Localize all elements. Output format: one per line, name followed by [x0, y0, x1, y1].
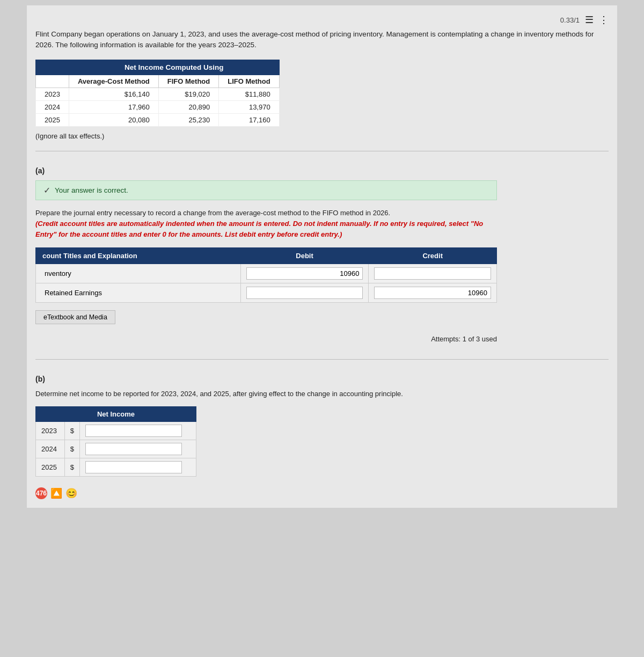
section-b-instructions: Determine net income to be reported for … — [35, 389, 497, 399]
instructions-bold: (Credit account titles are automatically… — [35, 220, 483, 238]
credit-input-2[interactable] — [375, 287, 491, 298]
correct-text: Your answer is correct. — [55, 186, 128, 194]
instructions-block: Prepare the journal entry necessary to r… — [35, 208, 497, 240]
net-income-input-2024[interactable] — [85, 443, 182, 455]
bottom-icon-1[interactable]: 🔼 — [50, 487, 62, 499]
attempts-text: Attempts: 1 of 3 used — [35, 335, 497, 343]
section-a-label: (a) — [35, 166, 609, 175]
year-2025-b: 2025 — [36, 458, 65, 477]
checkmark-icon: ✓ — [43, 185, 50, 195]
section-b: (b) Determine net income to be reported … — [35, 367, 609, 483]
debit-input-2[interactable] — [247, 287, 363, 298]
ignore-tax-text: (Ignore all tax effects.) — [35, 132, 609, 140]
etextbook-button[interactable]: eTextbook and Media — [35, 310, 115, 324]
col-debit-header: Debit — [240, 247, 369, 264]
section-b-label: (b) — [35, 375, 609, 383]
notification-badge: 476 — [35, 487, 47, 499]
col-account-header: count Titles and Explanation — [36, 247, 241, 264]
lifo-2023: $11,880 — [219, 87, 279, 100]
lifo-2024: 13,970 — [219, 100, 279, 113]
version-text: 0.33/1 — [560, 16, 580, 24]
account-title-input-2[interactable] — [41, 287, 235, 298]
credit-input-1[interactable] — [375, 268, 491, 279]
net-income-input-2025[interactable] — [85, 461, 182, 473]
journal-row-1 — [36, 264, 497, 283]
col-avg: Average-Cost Method — [69, 75, 158, 87]
bottom-icon-2[interactable]: 😊 — [65, 487, 77, 499]
dollar-2023: $ — [64, 422, 79, 440]
net-income-header: Net Income — [36, 407, 196, 422]
section-b-row-2023: 2023 $ — [36, 422, 196, 440]
col-credit-header: Credit — [369, 247, 497, 264]
col-lifo: LIFO Method — [219, 75, 279, 87]
year-2024: 2024 — [36, 100, 69, 113]
avg-2025: 20,080 — [69, 113, 158, 126]
year-2023: 2023 — [36, 87, 69, 100]
section-b-row-2025: 2025 $ — [36, 458, 196, 477]
main-container: 0.33/1 ☰ ⋮ Flint Company began operation… — [27, 5, 617, 508]
debit-input-1[interactable] — [247, 268, 363, 279]
fifo-2025: 25,230 — [158, 113, 218, 126]
lifo-2025: 17,160 — [219, 113, 279, 126]
section-a: (a) ✓ Your answer is correct. Prepare th… — [35, 159, 609, 352]
year-2025: 2025 — [36, 113, 69, 126]
fifo-2023: $19,020 — [158, 87, 218, 100]
section-b-row-2024: 2024 $ — [36, 440, 196, 458]
top-bar: 0.33/1 ☰ ⋮ — [35, 14, 609, 26]
fifo-2024: 20,890 — [158, 100, 218, 113]
table-row: 2023 $16,140 $19,020 $11,880 — [36, 87, 280, 100]
correct-banner: ✓ Your answer is correct. — [35, 180, 497, 200]
journal-entry-table: count Titles and Explanation Debit Credi… — [35, 247, 497, 303]
dollar-2025: $ — [64, 458, 79, 477]
avg-2023: $16,140 — [69, 87, 158, 100]
net-income-table-wrapper: Net Income Computed Using Average-Cost M… — [35, 60, 609, 140]
account-title-input-1[interactable] — [41, 268, 235, 279]
table-row: 2024 17,960 20,890 13,970 — [36, 100, 280, 113]
more-icon[interactable]: ⋮ — [599, 14, 609, 26]
net-income-input-2023[interactable] — [85, 425, 182, 437]
menu-icon[interactable]: ☰ — [585, 14, 594, 26]
year-2023-b: 2023 — [36, 422, 65, 440]
col-fifo: FIFO Method — [158, 75, 218, 87]
year-2024-b: 2024 — [36, 440, 65, 458]
intro-paragraph: Flint Company began operations on Januar… — [35, 29, 609, 51]
ni-table-header: Net Income Computed Using — [69, 60, 279, 75]
instructions-normal: Prepare the journal entry necessary to r… — [35, 209, 390, 217]
avg-2024: 17,960 — [69, 100, 158, 113]
net-income-computed-table: Net Income Computed Using Average-Cost M… — [35, 60, 280, 127]
journal-row-2 — [36, 283, 497, 302]
dollar-2024: $ — [64, 440, 79, 458]
section-b-table: Net Income 2023 $ 2024 $ — [35, 406, 196, 477]
table-row: 2025 20,080 25,230 17,160 — [36, 113, 280, 126]
